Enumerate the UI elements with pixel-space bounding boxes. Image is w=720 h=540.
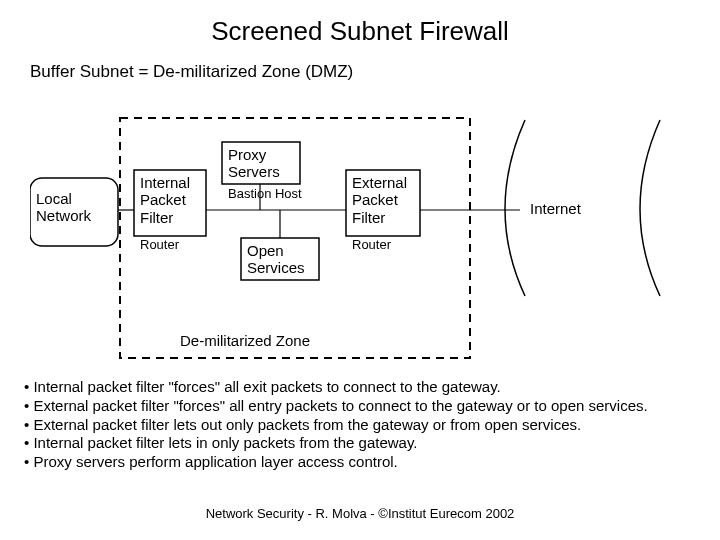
diagram-svg (30, 100, 690, 370)
internet-label: Internet (530, 200, 581, 217)
external-pf-label: External Packet Filter (352, 174, 407, 226)
local-network-label: Local Network (36, 190, 91, 225)
open-services-label: Open Services (247, 242, 305, 277)
internet-arc-left (505, 120, 525, 296)
bullet-list: • Internal packet filter "forces" all ex… (24, 378, 696, 472)
external-pf-sub-label: Router (352, 238, 391, 253)
proxy-servers-label: Proxy Servers (228, 146, 280, 181)
internet-arc-right (640, 120, 660, 296)
bastion-host-label: Bastion Host (228, 187, 302, 202)
page-footer: Network Security - R. Molva - ©Institut … (0, 506, 720, 521)
page-title: Screened Subnet Firewall (0, 16, 720, 47)
internal-pf-label: Internal Packet Filter (140, 174, 190, 226)
dmz-caption: De-militarized Zone (180, 332, 310, 349)
diagram-area: Local Network Internal Packet Filter Rou… (30, 100, 690, 370)
page-subtitle: Buffer Subnet = De-militarized Zone (DMZ… (30, 62, 353, 82)
internal-pf-sub-label: Router (140, 238, 179, 253)
